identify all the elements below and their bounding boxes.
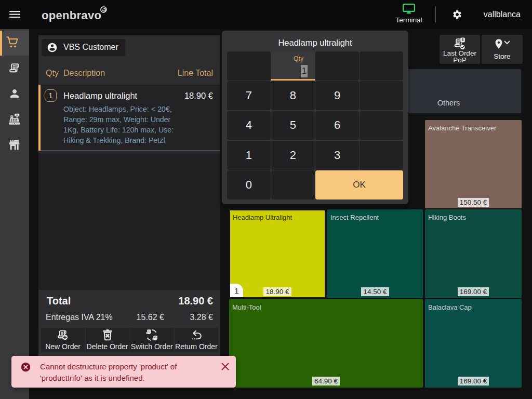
svg-text:$: $: [462, 38, 464, 42]
